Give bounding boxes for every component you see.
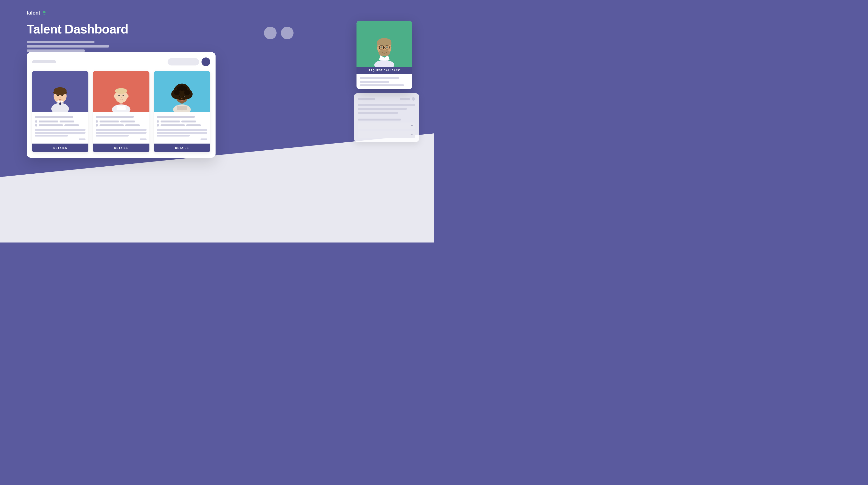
talent-dot-2a	[96, 120, 98, 123]
profile-photo	[356, 21, 412, 67]
desc-line-2a	[96, 129, 146, 131]
desc-line-2c	[96, 135, 129, 137]
desc-line-3c	[157, 135, 190, 137]
details-button-2[interactable]: DETAILS	[93, 144, 149, 152]
talent-bar-1b	[60, 120, 74, 122]
talent-name-1	[35, 116, 73, 118]
profile-card: REQUEST CALLBACK	[356, 21, 412, 89]
talent-meta-row-3a	[157, 120, 207, 123]
sec-more-line	[358, 119, 401, 120]
talent-bar-1c	[39, 124, 63, 126]
details-row-1	[35, 139, 86, 140]
talent-desc-3	[157, 129, 207, 137]
profile-avatar-svg	[361, 26, 408, 67]
svg-point-14	[118, 95, 120, 96]
sec-dropdown-1[interactable]: ▾	[358, 122, 415, 129]
talent-bar-1a	[39, 120, 58, 122]
desc-line-3a	[157, 129, 207, 131]
secondary-card: ▾ ▾	[354, 93, 419, 142]
svg-point-7	[62, 94, 63, 96]
subtitle-line-2	[27, 45, 109, 48]
search-bar[interactable]	[167, 58, 199, 65]
detail-chip-2	[140, 139, 147, 140]
svg-point-31	[179, 85, 185, 91]
card-header-label	[32, 60, 56, 63]
desc-line-2b	[96, 132, 146, 134]
talent-bar-3a	[161, 120, 180, 122]
profile-info-line-1	[360, 77, 399, 79]
details-button-3[interactable]: DETAILS	[154, 144, 210, 152]
talent-card-2: DETAILS	[93, 71, 149, 152]
talent-desc-1	[35, 129, 86, 137]
talent-dot-2b	[96, 124, 98, 126]
svg-point-8	[60, 97, 61, 98]
details-button-1[interactable]: DETAILS	[32, 144, 88, 152]
talent-meta-row-2a	[96, 120, 146, 123]
chevron-down-icon-1: ▾	[411, 124, 413, 127]
avatar-svg-2	[97, 75, 145, 112]
logo: talent	[27, 10, 47, 16]
request-callback-button[interactable]: REQUEST CALLBACK	[356, 67, 412, 74]
talent-grid: DETAILS	[32, 71, 210, 152]
svg-point-0	[43, 11, 45, 13]
svg-point-16	[121, 97, 122, 98]
filter-button[interactable]	[202, 57, 210, 66]
chevron-down-icon-2: ▾	[411, 133, 413, 136]
talent-name-2	[96, 116, 134, 118]
talent-info-3	[154, 112, 210, 144]
sec-card-indicator	[412, 97, 415, 101]
profile-info	[356, 74, 412, 89]
detail-chip-1	[79, 139, 86, 140]
subtitle-line-1	[27, 41, 94, 43]
dashboard-card: DETAILS	[27, 52, 216, 158]
sec-row-1	[358, 104, 415, 106]
svg-point-35	[184, 96, 185, 96]
talent-bar-3d	[186, 124, 201, 126]
svg-point-30	[184, 90, 190, 95]
talent-info-2	[93, 112, 149, 144]
heading-area: Talent Dashboard	[27, 22, 128, 52]
talent-meta-row-1b	[35, 124, 86, 126]
talent-dot-1b	[35, 124, 37, 126]
talent-dot-3b	[157, 124, 159, 126]
svg-point-34	[180, 96, 180, 96]
svg-rect-41	[377, 42, 392, 45]
talent-bar-1d	[64, 124, 79, 126]
logo-icon	[42, 10, 47, 16]
sec-row-2	[358, 108, 407, 110]
sec-row-3	[358, 112, 398, 114]
profile-info-line-3	[360, 84, 404, 86]
subtitle-line-3	[27, 50, 85, 52]
svg-point-49	[380, 46, 382, 48]
sec-card-badge	[400, 98, 410, 100]
talent-bar-2a	[99, 120, 119, 122]
talent-meta-row-1a	[35, 120, 86, 123]
sec-dropdown-area: ▾ ▾	[358, 117, 415, 138]
page-title: Talent Dashboard	[27, 22, 128, 36]
card-header-controls	[167, 57, 210, 66]
svg-point-15	[123, 95, 124, 96]
talent-avatar-2	[93, 71, 149, 112]
svg-point-37	[374, 60, 395, 67]
details-row-2	[96, 139, 146, 140]
talent-bar-2c	[99, 124, 124, 126]
profile-info-line-2	[360, 81, 389, 83]
subtitle-lines	[27, 41, 128, 52]
sec-card-header	[358, 97, 415, 101]
avatar-svg-3	[158, 75, 206, 112]
sec-card-title	[358, 98, 375, 100]
talent-bar-3c	[161, 124, 185, 126]
talent-meta-row-3b	[157, 124, 207, 126]
talent-card-3: DETAILS	[154, 71, 210, 152]
talent-card-1: DETAILS	[32, 71, 88, 152]
svg-point-13	[115, 88, 127, 94]
desc-line-1b	[35, 132, 86, 134]
desc-line-1c	[35, 135, 68, 137]
svg-point-29	[174, 90, 180, 95]
svg-point-36	[181, 98, 183, 99]
avatar-svg-1	[36, 75, 84, 112]
detail-chip-3	[200, 139, 207, 140]
sec-dropdown-2[interactable]: ▾	[358, 131, 415, 138]
deco-circle-1	[264, 27, 277, 39]
svg-point-18	[126, 94, 129, 97]
